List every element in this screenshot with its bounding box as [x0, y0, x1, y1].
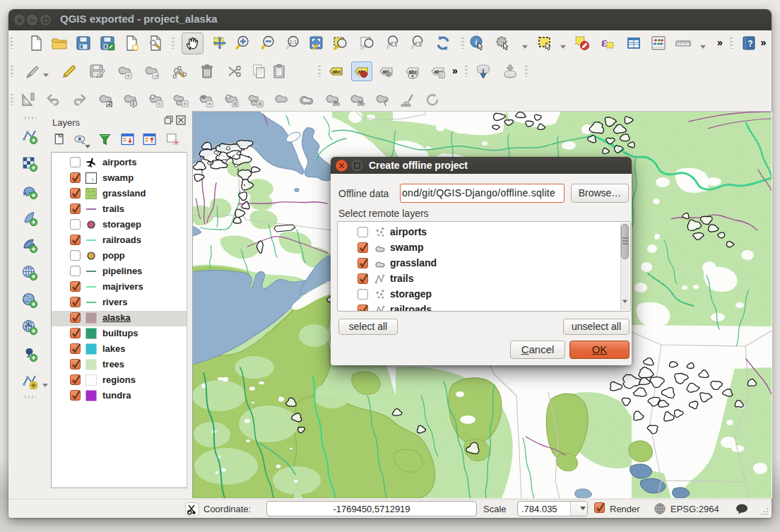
- svg-text:abc: abc: [332, 69, 341, 74]
- svg-text:1:1: 1:1: [290, 39, 297, 45]
- svg-text:?: ?: [748, 39, 752, 49]
- svg-text:abc: abc: [408, 69, 417, 74]
- svg-text:ε: ε: [601, 35, 607, 49]
